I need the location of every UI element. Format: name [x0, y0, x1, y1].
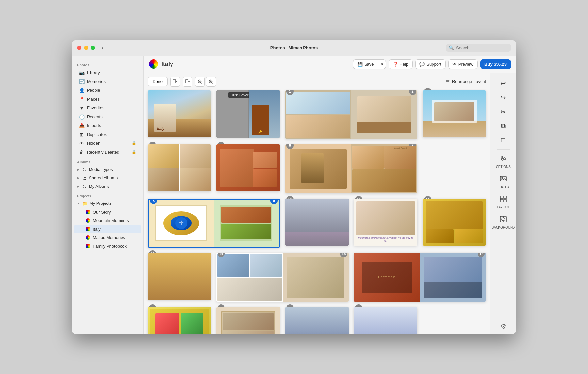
maximize-button[interactable] [91, 46, 95, 50]
hidden-icon: 👁 [79, 141, 84, 146]
svg-point-19 [502, 156, 503, 158]
sidebar-item-family-photobook[interactable]: Family Photobook [74, 242, 141, 250]
pages-grid: Front Italy Dust Cover F [148, 90, 486, 334]
options-label: OPTIONS [496, 165, 511, 169]
photo-button[interactable]: PHOTO [494, 172, 513, 191]
page-10[interactable]: 10 [285, 199, 349, 248]
copy-icon: ⧉ [501, 122, 506, 130]
page-13[interactable]: 13 [148, 253, 211, 302]
sidebar-item-recently-deleted[interactable]: 🗑 Recently Deleted 🔒 [74, 148, 141, 156]
zoom-in-button[interactable] [206, 77, 216, 87]
sidebar-item-label: Malibu Memories [93, 235, 125, 240]
settings-icon[interactable]: ⚙ [498, 320, 509, 333]
zoom-in-icon [209, 79, 213, 84]
sidebar-item-media-types[interactable]: ▶ 🗂 Media Types [72, 165, 143, 174]
right-panel-bottom: ⚙ [498, 322, 509, 330]
page-thumbnail [423, 90, 486, 138]
search-bar[interactable]: 🔍 [446, 44, 511, 52]
sidebar-item-favorites[interactable]: ♥ Favorites [74, 104, 141, 112]
sidebar-item-people[interactable]: 👤 People [74, 86, 141, 95]
support-button[interactable]: 💬 Support [415, 59, 446, 69]
page-12[interactable]: 12 [423, 199, 486, 248]
close-button[interactable] [77, 46, 81, 50]
help-button[interactable]: ❓ Help [389, 59, 413, 69]
svg-rect-0 [173, 80, 176, 83]
redo-button[interactable]: ↪ [494, 91, 513, 104]
search-input[interactable] [456, 45, 508, 50]
back-button[interactable]: ‹ [102, 44, 104, 51]
photos-section-label: Photos [72, 60, 143, 68]
sidebar-item-duplicates[interactable]: ⊞ Duplicates [74, 130, 141, 139]
spread-thumbnail: 1 2 [285, 90, 417, 139]
add-page-button[interactable] [170, 77, 180, 87]
page-spread-8-9[interactable]: 8 ✛ 9 [148, 199, 280, 248]
page-18[interactable]: 18 [148, 307, 211, 334]
sidebar-item-hidden[interactable]: 👁 Hidden 🔒 [74, 139, 141, 148]
support-icon: 💬 [419, 62, 425, 67]
save-dropdown-button[interactable]: ▾ [378, 59, 386, 69]
sidebar-item-imports[interactable]: 📥 Imports [74, 122, 141, 130]
page-thumbnail: Inspiration overcomes everything. It's t… [354, 199, 417, 246]
sidebar-item-italy[interactable]: Italy [74, 225, 141, 233]
rearrange-layout-button[interactable]: Rearrange Layout [445, 79, 486, 84]
minimize-button[interactable] [84, 46, 88, 50]
cut-button[interactable]: ✂ [494, 106, 513, 119]
search-icon: 🔍 [449, 45, 454, 50]
copy-button[interactable]: ⧉ [494, 120, 513, 133]
sidebar-item-library[interactable]: 📷 Library [74, 69, 141, 77]
page-spread-16-17[interactable]: 16 LETTERE [354, 253, 486, 302]
page-19[interactable]: 19 [216, 307, 280, 334]
favorites-icon: ♥ [79, 106, 84, 111]
imports-icon: 📥 [79, 123, 84, 128]
people-icon: 👤 [79, 88, 84, 93]
page-4[interactable]: 4 [148, 144, 211, 193]
options-button[interactable]: OPTIONS [494, 152, 513, 171]
zoom-out-button[interactable] [195, 77, 205, 87]
eye-icon: 👁 [452, 62, 457, 67]
trash-icon: 🗑 [79, 150, 84, 155]
page-front[interactable]: Front Italy [148, 90, 211, 139]
sidebar-item-malibu-memories[interactable]: Malibu Memories [74, 234, 141, 242]
options-icon [500, 155, 507, 164]
sidebar-item-shared-albums[interactable]: ▶ 🗂 Shared Albums [72, 174, 143, 182]
page-dust-front[interactable]: Dust Cover Front Flap 🔑 [216, 90, 280, 139]
sidebar-item-label: Italy [93, 227, 101, 232]
background-icon [500, 216, 507, 224]
svg-rect-26 [500, 199, 503, 202]
done-button[interactable]: Done [148, 77, 168, 86]
select-button[interactable]: □ [494, 134, 513, 147]
sidebar-item-recents[interactable]: 🕐 Recents [74, 113, 141, 121]
sidebar-item-my-albums[interactable]: ▶ 🗂 My Albums [72, 182, 143, 191]
buy-button[interactable]: Buy $56.23 [480, 59, 511, 69]
save-button[interactable]: 💾 Save [353, 59, 378, 69]
page-20[interactable]: 20 [285, 307, 349, 334]
page-spread-14-15[interactable]: 14 15 [216, 253, 349, 302]
page-thumbnail: Dust Cover Front Flap 🔑 [216, 90, 280, 138]
page-spread-6-7[interactable]: 6 7 [285, 144, 417, 193]
sidebar-item-my-projects[interactable]: ▼ 📁 My Projects [72, 199, 143, 208]
preview-button[interactable]: 👁 Preview [448, 59, 478, 69]
page-thumbnail [354, 307, 417, 334]
delete-page-button[interactable] [183, 77, 192, 87]
sidebar-item-our-story[interactable]: Our Story [74, 208, 141, 216]
page-11[interactable]: 11 Inspiration overcomes everything. It'… [354, 199, 417, 248]
svg-rect-27 [504, 199, 506, 202]
rearrange-label: Rearrange Layout [452, 79, 486, 84]
page-21[interactable]: 21 [354, 307, 417, 334]
sidebar-item-label: Memories [87, 79, 106, 84]
sidebar-item-memories[interactable]: 🔄 Memories [74, 77, 141, 86]
traffic-lights [77, 46, 95, 50]
sidebar-item-mountain-moments[interactable]: Mountain Moments [74, 217, 141, 225]
page-3[interactable]: 3 [423, 90, 486, 139]
toolbar: Italy 💾 Save ▾ ❓ Help 💬 [144, 56, 516, 73]
sidebar-item-places[interactable]: 📍 Places [74, 95, 141, 104]
svg-rect-25 [504, 196, 506, 199]
page-thumbnail [285, 199, 349, 246]
background-button[interactable]: BACKGROUND [494, 213, 513, 232]
undo-button[interactable]: ↩ [494, 77, 513, 90]
page-5[interactable]: 5 [216, 144, 280, 193]
project-logo-icon [86, 218, 90, 223]
page-spread-1-2[interactable]: 1 2 [285, 90, 417, 139]
move-handle[interactable]: ✛ [175, 217, 187, 229]
layout-button[interactable]: LAYOUT [494, 193, 513, 212]
